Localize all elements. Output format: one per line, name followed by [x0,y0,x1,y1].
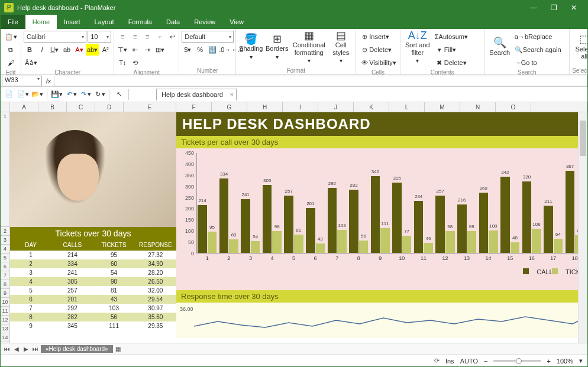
row-header[interactable]: 13 [1,324,9,333]
qat-repeat-button[interactable]: ↻▾ [93,89,105,100]
menu-insert[interactable]: Insert [57,15,88,29]
row-header[interactable]: 11 [1,307,9,316]
valign-top-button[interactable]: ⊤▾ [117,44,128,56]
cell-reference-input[interactable]: W33 [2,76,42,86]
underline-button[interactable]: U▾ [49,44,60,56]
qat-save-button[interactable]: 💾▾ [51,89,63,100]
borders-button[interactable]: ⊞Borders▾ [264,31,289,64]
row-header[interactable]: 1 [1,112,9,227]
minimize-button[interactable]: ― [524,1,544,15]
percent-button[interactable]: % [194,44,206,56]
select-all-button[interactable]: ⬚Select all [572,31,588,64]
sheet-content[interactable]: Tickets over 30 days DAYCALLSTICKETSRESP… [10,112,587,343]
search-again-button[interactable]: 🔍 Search again [513,44,567,56]
font-color-button[interactable]: A▾ [73,44,85,56]
row-header[interactable]: 12 [1,316,9,324]
format-painter-button[interactable]: 🖌 [3,57,18,69]
row-header[interactable]: 10 [1,298,9,307]
bold-button[interactable]: B [24,44,35,56]
zoom-in-button[interactable]: + [547,358,550,365]
search-button[interactable]: 🔍Search [487,31,512,64]
row-header[interactable]: 7 [1,271,9,280]
font-family-select[interactable]: Calibri [24,31,86,43]
tab-next-button[interactable]: ▶ [22,346,30,352]
col-header[interactable]: O [496,102,531,112]
row-header[interactable]: 15 [1,342,9,343]
merge-button[interactable]: ⊞▾ [154,44,166,56]
menu-view[interactable]: View [222,15,251,29]
comma-button[interactable]: 🔢 [206,44,218,56]
sort-filter-button[interactable]: A↓ZSort and filter▾ [403,31,432,64]
cells-delete-button[interactable]: ⊖Delete ▾ [358,44,398,56]
menu-layout[interactable]: Layout [88,15,121,29]
row-header[interactable]: 3 [1,236,9,245]
zoom-slider[interactable] [493,360,541,362]
indent-inc-button[interactable]: ⇥ [141,44,153,56]
qat-open-button[interactable]: 📂▾ [31,89,43,100]
cells-insert-button[interactable]: ⊕Insert ▾ [358,31,398,43]
col-header[interactable]: M [425,102,460,112]
align-left-button[interactable]: ≡ [117,31,128,43]
menu-file[interactable]: File [1,15,25,29]
vertical-scrollbar[interactable] [578,112,587,343]
refresh-icon[interactable]: ⟳ [434,357,440,365]
qat-new-button[interactable]: 📄 [3,89,15,100]
zoom-dropdown[interactable]: ▾ [579,357,583,365]
col-header[interactable]: L [389,102,425,112]
char-format-button[interactable]: Ǎǎ▾ [24,57,38,69]
tab-last-button[interactable]: ⏭ [31,346,40,352]
col-header[interactable]: I [283,102,318,112]
qat-redo-button[interactable]: ↷▾ [79,89,91,100]
formula-input[interactable] [54,76,587,86]
menu-home[interactable]: Home [25,15,57,29]
text-direction-button[interactable]: T↕ [117,57,128,69]
number-format-select[interactable]: Default [182,31,234,43]
fx-button[interactable]: fx [43,77,54,85]
col-header[interactable]: A [10,102,38,112]
tab-first-button[interactable]: ⏮ [3,346,11,352]
orientation-button[interactable]: ⟲ [129,57,141,69]
tab-prev-button[interactable]: ◀ [12,346,21,352]
row-header[interactable]: 14 [1,333,9,342]
conditional-formatting-button[interactable]: ▦Conditional formatting▾ [290,31,327,64]
tab-add-button[interactable]: ▦ [114,346,122,352]
menu-formula[interactable]: Formula [121,15,159,29]
superscript-button[interactable]: A² [99,44,111,56]
indent-dec-button[interactable]: ⇤ [129,44,141,56]
row-header[interactable]: 9 [1,289,9,298]
sheet-tab-active[interactable]: «Help desk dashboard» [41,345,113,353]
align-right-button[interactable]: ≡ [141,31,153,43]
menu-review[interactable]: Review [187,15,222,29]
goto-button[interactable]: → Go to [513,57,567,69]
highlight-button[interactable]: ab▾ [86,44,99,56]
col-header[interactable]: J [318,102,354,112]
col-header[interactable]: G [212,102,247,112]
wrap-text-button[interactable]: ↩ [166,31,178,43]
col-header[interactable]: C [67,102,95,112]
strikethrough-button[interactable]: ab [61,44,73,56]
col-header[interactable]: H [247,102,283,112]
font-size-select[interactable]: 10 [88,31,111,43]
visibility-button[interactable]: 👁Visibility ▾ [358,57,398,69]
zoom-out-button[interactable]: − [484,358,487,365]
maximize-button[interactable]: ❐ [544,1,564,15]
shading-button[interactable]: 🪣Shading▾ [238,31,263,64]
italic-button[interactable]: I [36,44,48,56]
menu-data[interactable]: Data [159,15,187,29]
row-header[interactable]: 4 [1,245,9,254]
qat-new-dropdown[interactable]: 📄▾ [17,89,29,100]
inc-decimal-button[interactable]: .0→ [219,44,231,56]
align-center-button[interactable]: ≡ [129,31,141,43]
replace-button[interactable]: a→b Replace [513,31,567,43]
row-header[interactable]: 8 [1,280,9,289]
close-button[interactable]: ✕ [564,1,584,15]
row-header[interactable]: 6 [1,262,9,271]
align-top-button[interactable]: ⫟ [154,31,166,43]
fill-button[interactable]: ▾Fill ▾ [434,44,482,56]
paste-button[interactable]: 📋▾ [3,31,18,43]
col-header[interactable]: B [38,102,67,112]
row-header[interactable]: 2 [1,227,9,236]
col-header[interactable]: D [95,102,124,112]
close-tab-icon[interactable]: × [230,91,234,98]
col-header[interactable]: K [354,102,389,112]
